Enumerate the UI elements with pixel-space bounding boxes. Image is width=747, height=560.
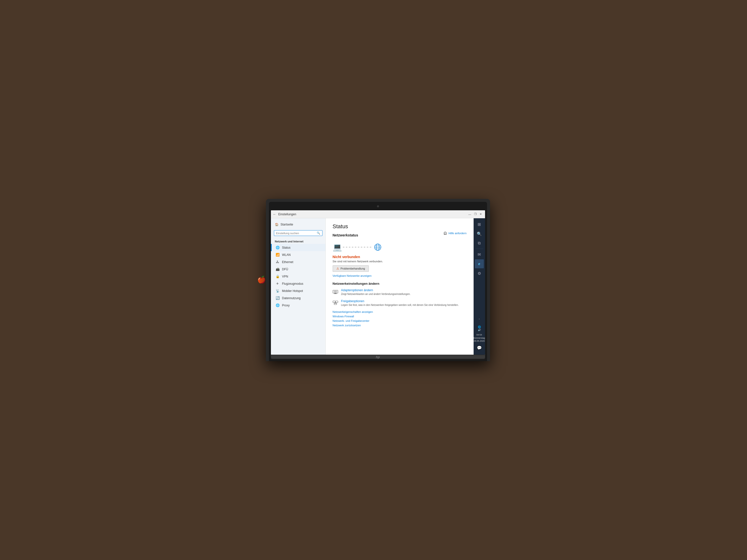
windows-icon[interactable]: ⊞ [475, 220, 484, 229]
sidebar-item-hotspot[interactable]: 📡 Mobiler Hotspot [271, 287, 326, 294]
help-link[interactable]: 🎧 Hilfe anfordern [443, 232, 466, 235]
sidebar-item-dfu[interactable]: 📠 DFÜ [271, 266, 326, 273]
sidebar-item-vpn[interactable]: 🔒 VPN [271, 273, 326, 280]
adapter-text: Adapteroptionen ändern Zeigt Netzwerkkar… [341, 289, 411, 296]
data-usage-icon: 🔄 [276, 296, 280, 300]
sidebar-item-wlan[interactable]: 📶 WLAN [271, 251, 326, 258]
adapter-title-link[interactable]: Adapteroptionen ändern [341, 289, 411, 292]
svg-rect-11 [333, 301, 335, 303]
settings-taskbar-icon[interactable]: ⚙ [475, 269, 484, 278]
mail-taskbar-icon[interactable]: ✉ [475, 250, 484, 259]
right-taskbar: ⊞ 🔍 ⧉ ✉ e ⚙ ‹ 🌐 🔊 [473, 218, 485, 355]
title-bar: ← Einstellungen — ❐ ✕ [271, 210, 485, 218]
ethernet-icon: 🖧 [276, 260, 280, 264]
svg-rect-12 [336, 301, 338, 303]
sidebar-label-dfu: DFÜ [282, 268, 288, 271]
laptop-frame: ← Einstellungen — ❐ ✕ 🏠 Startseite [266, 199, 490, 361]
adapter-icon [333, 289, 338, 296]
adapter-options-item: Adapteroptionen ändern Zeigt Netzwerkkar… [333, 289, 467, 296]
link-network-properties[interactable]: Netzwerkeigenschaften anzeigen [333, 310, 467, 313]
sidebar-item-flugzeug[interactable]: ✈ Flugzeugmodus [271, 280, 326, 287]
sidebar-item-proxy[interactable]: 🌐 Proxy [271, 302, 326, 309]
hotspot-icon: 📡 [276, 289, 280, 293]
sidebar-search-container: 🔍 [274, 230, 323, 236]
bottom-links: Netzwerkeigenschaften anzeigen Windows-F… [333, 310, 467, 327]
dfu-icon: 📠 [276, 267, 280, 271]
status-icon: 🌐 [276, 246, 280, 249]
troubleshoot-button[interactable]: ⚠ Problembehandlung [333, 265, 369, 272]
sidebar-label-wlan: WLAN [282, 253, 291, 257]
search-input[interactable] [276, 232, 317, 235]
sidebar-label-status: Status [282, 246, 290, 249]
sidebar-item-datennutzung[interactable]: 🔄 Datennutzung [271, 294, 326, 302]
volume-tray-icon: 🔊 [478, 328, 481, 331]
sidebar-item-status[interactable]: 🌐 Status [271, 244, 326, 251]
wlan-icon: 📶 [276, 253, 280, 257]
apple-logo: 🍎 [257, 275, 266, 284]
task-view-icon[interactable]: ⧉ [475, 239, 484, 248]
close-button[interactable]: ✕ [479, 212, 483, 216]
sharing-desc: Legen Sie fest, was in den Netzwerken fr… [341, 303, 459, 307]
flight-icon: ✈ [276, 282, 280, 286]
expand-icon[interactable]: ‹ [475, 314, 484, 323]
warning-icon: ⚠ [336, 267, 339, 270]
search-taskbar-icon[interactable]: 🔍 [475, 229, 484, 238]
globe-icon [374, 243, 382, 251]
taskbar-time: 04:54 Donnerstag 28.05.2020 [473, 333, 485, 343]
time-display: 04:54 [473, 333, 485, 337]
sharing-text: Freigabeoptionen Legen Sie fest, was in … [341, 299, 459, 307]
sidebar-label-vpn: VPN [282, 275, 288, 278]
home-label: Startseite [281, 223, 293, 226]
available-networks-link[interactable]: Verfügbare Netzwerke anzeigen [333, 274, 467, 277]
adapter-desc: Zeigt Netzwerkkarten an und ändert Verbi… [341, 292, 411, 296]
restore-button[interactable]: ❐ [473, 212, 478, 216]
camera-area [271, 204, 485, 209]
taskbar-bottom: ‹ 🌐 🔊 04:54 Donnerstag 28.05.2020 [473, 314, 485, 353]
laptop-bottom: hp [271, 355, 485, 359]
svg-rect-13 [334, 303, 337, 304]
sidebar-item-ethernet[interactable]: 🖧 Ethernet [271, 258, 326, 266]
not-connected-status: Nicht verbunden [333, 255, 467, 259]
back-button[interactable]: ← [273, 212, 276, 216]
help-label: Hilfe anfordern [448, 232, 466, 235]
network-dashes [343, 247, 373, 247]
troubleshoot-label: Problembehandlung [341, 267, 365, 270]
vpn-icon: 🔒 [276, 274, 280, 278]
notification-icon[interactable]: 💬 [475, 343, 484, 352]
minimize-button[interactable]: — [468, 212, 472, 216]
hp-logo: hp [376, 355, 380, 359]
page-title: Status [333, 223, 467, 230]
main-content: Status Netzwerkstatus 🎧 Hilfe anfordern … [326, 218, 473, 355]
screen: ← Einstellungen — ❐ ✕ 🏠 Startseite [271, 210, 485, 355]
sidebar-label-flugzeug: Flugzeugmodus [282, 282, 303, 286]
proxy-icon: 🌐 [276, 303, 280, 307]
sidebar-section-title: Netzwerk und Internet [271, 238, 326, 244]
window-controls: — ❐ ✕ [468, 212, 483, 216]
day-display: Donnerstag [473, 337, 485, 340]
system-tray-area: 🌐 🔊 [475, 324, 484, 333]
edge-icon[interactable]: e [475, 259, 484, 268]
change-settings-title: Netzwerkeinstellungen ändern [333, 282, 467, 286]
camera-dot [377, 205, 379, 207]
link-network-center[interactable]: Netzwerk- und Freigabecenter [333, 319, 467, 322]
network-status-title: Netzwerkstatus [333, 233, 358, 237]
laptop-bezel: ← Einstellungen — ❐ ✕ 🏠 Startseite [269, 202, 487, 361]
sidebar-home-button[interactable]: 🏠 Startseite [271, 221, 326, 228]
sharing-title-link[interactable]: Freigabeoptionen [341, 299, 459, 303]
sidebar-label-hotspot: Mobiler Hotspot [282, 289, 303, 293]
app-body: 🏠 Startseite 🔍 Netzwerk und Internet 🌐 S… [271, 218, 485, 355]
sharing-icon [333, 300, 338, 306]
link-reset-network[interactable]: Netzwerk zurücksetzen [333, 324, 467, 327]
title-bar-left: ← Einstellungen [273, 212, 296, 216]
home-icon: 🏠 [275, 223, 279, 226]
not-connected-desc: Sie sind mit keinem Netzwerk verbunden. [333, 260, 467, 263]
sidebar-label-proxy: Proxy [282, 304, 290, 307]
network-diagram: 💻 [333, 243, 467, 251]
link-windows-firewall[interactable]: Windows-Firewall [333, 315, 467, 318]
sidebar-label-datennutzung: Datennutzung [282, 296, 301, 300]
help-icon: 🎧 [443, 232, 447, 235]
laptop-hinge: hp [271, 355, 485, 358]
network-tray-icon: 🌐 [478, 325, 481, 328]
pc-icon: 💻 [333, 243, 342, 251]
sidebar: 🏠 Startseite 🔍 Netzwerk und Internet 🌐 S… [271, 218, 326, 355]
